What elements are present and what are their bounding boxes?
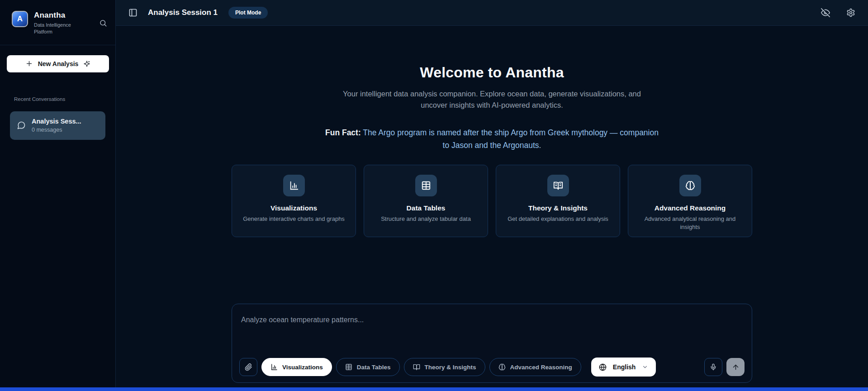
composer: Visualizations Data Tables Theory & Insi… (232, 304, 752, 383)
plot-mode-badge: Plot Mode (228, 7, 268, 19)
table-icon (415, 175, 437, 196)
welcome-section: Welcome to Anantha Your intelligent data… (116, 26, 868, 152)
settings-gear-icon[interactable] (846, 8, 855, 17)
message-circle-icon (17, 121, 26, 130)
search-icon[interactable] (99, 19, 107, 27)
plus-icon (25, 60, 33, 67)
card-theory-insights[interactable]: Theory & Insights Get detailed explanati… (496, 165, 620, 237)
card-title: Theory & Insights (496, 204, 620, 212)
bar-chart-icon (270, 363, 278, 371)
table-icon (345, 363, 352, 371)
card-title: Data Tables (364, 204, 488, 212)
mic-icon (710, 363, 717, 371)
brain-icon (679, 175, 701, 196)
session-title: Analysis Session 1 (148, 8, 218, 17)
microphone-button[interactable] (704, 358, 722, 376)
mode-chip-theory-insights[interactable]: Theory & Insights (404, 358, 485, 376)
eye-off-icon[interactable] (821, 8, 830, 17)
globe-icon (599, 363, 607, 371)
card-description: Structure and analyze tabular data (375, 215, 477, 223)
bar-chart-icon (283, 175, 305, 196)
sidebar: A Anantha Data Intelligence Platform New… (0, 0, 116, 387)
card-title: Visualizations (232, 204, 356, 212)
card-description: Get detailed explanations and analysis (507, 215, 609, 223)
mode-chip-label: Visualizations (282, 364, 323, 371)
app-logo: A (12, 11, 28, 27)
topbar: Analysis Session 1 Plot Mode (116, 0, 868, 26)
conversation-item[interactable]: Analysis Sess... 0 messages (10, 111, 105, 140)
app-name: Anantha (34, 11, 79, 20)
mode-chip-advanced-reasoning[interactable]: Advanced Reasoning (489, 358, 581, 376)
paperclip-icon (245, 363, 252, 371)
welcome-description: Your intelligent data analysis companion… (343, 88, 641, 111)
new-analysis-button[interactable]: New Analysis (7, 55, 109, 72)
card-visualizations[interactable]: Visualizations Generate interactive char… (232, 165, 356, 237)
attachment-button[interactable] (239, 358, 257, 376)
fun-fact: Fun Fact: The Argo program is named afte… (323, 126, 660, 152)
welcome-title: Welcome to Anantha (116, 64, 868, 81)
arrow-up-icon (732, 363, 740, 371)
card-description: Generate interactive charts and graphs (243, 215, 345, 223)
book-open-icon (547, 175, 569, 196)
fun-fact-label: Fun Fact: (325, 128, 361, 137)
mode-chip-data-tables[interactable]: Data Tables (336, 358, 400, 376)
main-content: Welcome to Anantha Your intelligent data… (116, 26, 868, 387)
sparkles-icon (83, 60, 90, 67)
mode-chip-label: Data Tables (357, 364, 391, 371)
card-description: Advanced analytical reasoning and insigh… (639, 215, 741, 231)
fun-fact-text: The Argo program is named after the ship… (363, 128, 659, 150)
language-selector[interactable]: English (591, 358, 656, 377)
message-input[interactable] (239, 310, 745, 342)
chevron-down-icon (642, 364, 648, 370)
bottom-accent-bar (0, 387, 868, 391)
conversation-message-count: 0 messages (32, 127, 81, 133)
feature-cards: Visualizations Generate interactive char… (232, 165, 752, 237)
sidebar-toggle-icon[interactable] (128, 8, 138, 17)
card-title: Advanced Reasoning (628, 204, 752, 212)
app-subtitle: Data Intelligence Platform (34, 22, 79, 36)
mode-chip-label: Theory & Insights (425, 364, 476, 371)
composer-toolbar: Visualizations Data Tables Theory & Insi… (239, 358, 745, 377)
sidebar-header: A Anantha Data Intelligence Platform (0, 0, 115, 45)
conversation-title: Analysis Sess... (32, 118, 81, 125)
new-analysis-label: New Analysis (38, 60, 79, 67)
recent-conversations-label: Recent Conversations (14, 96, 115, 102)
language-value: English (613, 363, 636, 371)
mode-chip-visualizations[interactable]: Visualizations (261, 358, 332, 376)
mode-chip-label: Advanced Reasoning (510, 364, 572, 371)
brain-icon (498, 363, 506, 371)
book-open-icon (413, 363, 420, 371)
card-advanced-reasoning[interactable]: Advanced Reasoning Advanced analytical r… (628, 165, 752, 237)
card-data-tables[interactable]: Data Tables Structure and analyze tabula… (364, 165, 488, 237)
send-button[interactable] (726, 358, 745, 376)
